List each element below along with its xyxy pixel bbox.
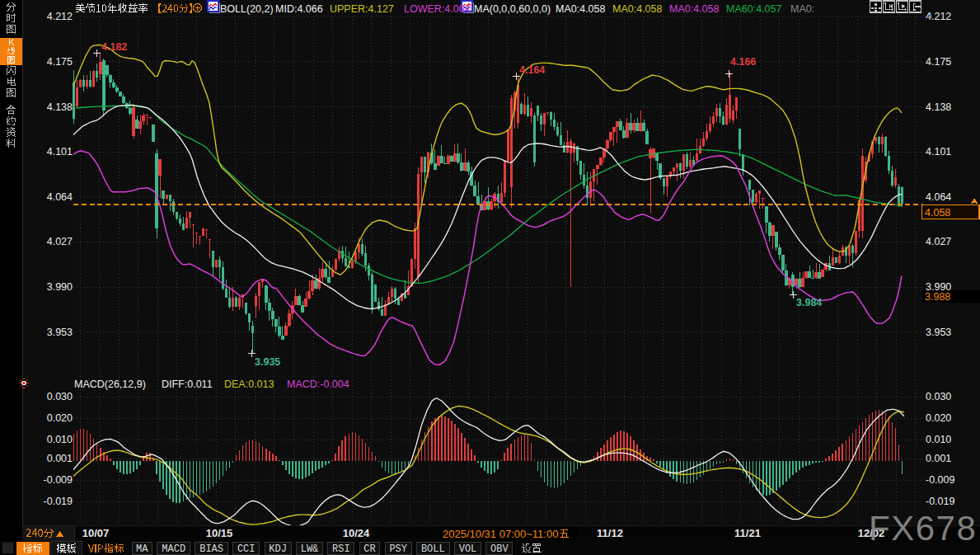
svg-text:0.010: 0.010 [926, 434, 951, 445]
svg-text:11/21: 11/21 [734, 527, 761, 539]
svg-text:UPPER:4.127: UPPER:4.127 [330, 3, 394, 15]
svg-text:-0.019: -0.019 [44, 496, 73, 507]
svg-text:4.138: 4.138 [47, 101, 73, 113]
svg-text:3.984: 3.984 [796, 297, 822, 308]
svg-text:4.101: 4.101 [926, 146, 951, 158]
svg-text:2025/10/31 07:00~11:00: 2025/10/31 07:00~11:00 [443, 528, 558, 540]
svg-text:4.027: 4.027 [47, 236, 73, 247]
svg-text:0.030: 0.030 [926, 391, 951, 402]
svg-text:0.020: 0.020 [926, 412, 951, 424]
svg-text:4.101: 4.101 [47, 146, 73, 158]
svg-text:4.175: 4.175 [926, 56, 951, 68]
svg-text:0.001: 0.001 [926, 453, 951, 464]
svg-text:OBV: OBV [490, 543, 509, 555]
svg-text:4.166: 4.166 [730, 56, 756, 68]
svg-text:MA: MA [136, 543, 148, 555]
svg-text:0.001: 0.001 [47, 453, 73, 464]
svg-text:BIAS: BIAS [199, 543, 223, 555]
svg-text:MA60:4.057: MA60:4.057 [726, 3, 781, 15]
svg-text:PSY: PSY [389, 543, 407, 555]
svg-text:-0.009: -0.009 [44, 474, 73, 486]
svg-text:KDJ: KDJ [269, 543, 287, 555]
svg-text:LOWER:4.004: LOWER:4.004 [404, 3, 471, 15]
svg-text:3.935: 3.935 [255, 356, 280, 368]
svg-text:4.058: 4.058 [925, 207, 950, 219]
svg-text:MACD:-0.004: MACD:-0.004 [287, 379, 349, 390]
svg-text:4.064: 4.064 [926, 191, 951, 203]
svg-text:3.990: 3.990 [47, 281, 73, 293]
svg-text:DEA:0.013: DEA:0.013 [224, 379, 274, 390]
svg-text:10/15: 10/15 [206, 527, 233, 539]
svg-text:MACD: MACD [162, 543, 185, 555]
svg-text:3.953: 3.953 [926, 327, 951, 338]
svg-text:4.182: 4.182 [101, 41, 127, 53]
svg-text:MA0:4.058: MA0:4.058 [669, 3, 720, 15]
svg-text:4.212: 4.212 [47, 11, 73, 22]
svg-text:MA0:4.058: MA0:4.058 [556, 3, 606, 15]
svg-text:BOLL: BOLL [421, 543, 445, 555]
svg-text:0.020: 0.020 [47, 412, 73, 424]
svg-text:0.010: 0.010 [47, 434, 73, 445]
svg-text:4.138: 4.138 [926, 101, 951, 113]
svg-text:CR: CR [363, 543, 375, 555]
svg-text:CCI: CCI [237, 543, 256, 555]
svg-text:MA0:: MA0: [790, 3, 814, 15]
svg-text:11/12: 11/12 [597, 527, 623, 539]
svg-text:10/24: 10/24 [343, 527, 370, 539]
svg-text:DIFF:0.011: DIFF:0.011 [162, 379, 213, 390]
svg-text:4.027: 4.027 [926, 236, 951, 247]
svg-text:0.030: 0.030 [47, 391, 73, 402]
svg-text:4.164: 4.164 [519, 64, 545, 76]
svg-text:BOLL(20,2): BOLL(20,2) [220, 3, 274, 15]
svg-text:FX678: FX678 [869, 509, 977, 548]
svg-text:-0.019: -0.019 [926, 496, 954, 507]
svg-text:4.175: 4.175 [47, 56, 73, 68]
svg-text:3.953: 3.953 [47, 327, 73, 338]
svg-text:4.064: 4.064 [47, 191, 73, 203]
svg-text:3.988: 3.988 [925, 291, 950, 303]
svg-text:-0.009: -0.009 [926, 474, 954, 486]
svg-text:10/07: 10/07 [82, 527, 110, 539]
svg-text:MA0:4.058: MA0:4.058 [612, 3, 663, 15]
svg-text:MID:4.066: MID:4.066 [275, 3, 323, 15]
svg-text:RSI: RSI [332, 543, 350, 555]
svg-text:VOL: VOL [459, 543, 477, 555]
svg-text:LW&: LW& [301, 543, 319, 555]
svg-text:MACD(26,12,9): MACD(26,12,9) [74, 379, 146, 390]
svg-text:MA(0,0,0,60,0,0): MA(0,0,0,60,0,0) [474, 3, 551, 15]
